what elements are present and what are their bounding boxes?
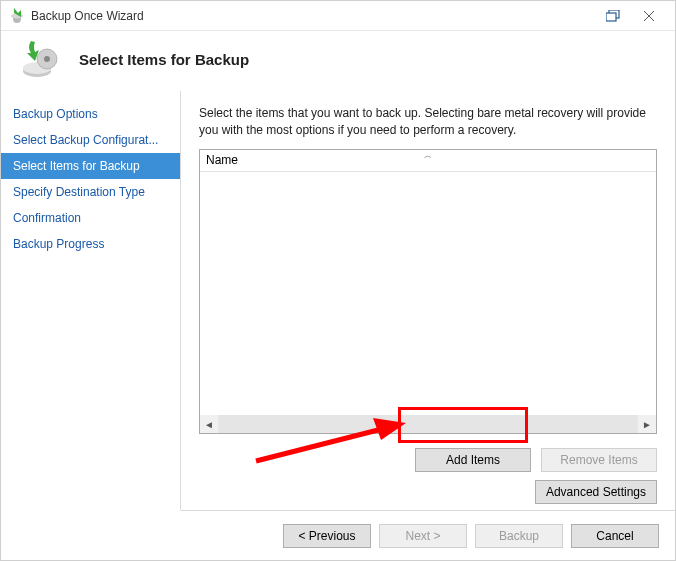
svg-point-7 — [44, 56, 50, 62]
wizard-header: Select Items for Backup — [1, 31, 675, 91]
items-listbox[interactable]: Name ︿ ◄ ► — [199, 149, 657, 434]
scroll-track[interactable] — [218, 415, 638, 433]
window-title: Backup Once Wizard — [31, 9, 595, 23]
backup-icon — [21, 39, 61, 79]
step-confirmation[interactable]: Confirmation — [1, 205, 180, 231]
add-items-button[interactable]: Add Items — [415, 448, 531, 472]
wizard-steps-sidebar: Backup Options Select Backup Configurat.… — [1, 91, 181, 510]
remove-items-button: Remove Items — [541, 448, 657, 472]
list-body-empty — [200, 172, 656, 415]
previous-button[interactable]: < Previous — [283, 524, 371, 548]
step-specify-destination[interactable]: Specify Destination Type — [1, 179, 180, 205]
step-select-backup-config[interactable]: Select Backup Configurat... — [1, 127, 180, 153]
list-column-header[interactable]: Name ︿ — [200, 150, 656, 172]
restore-button[interactable] — [595, 3, 631, 29]
step-backup-progress[interactable]: Backup Progress — [1, 231, 180, 257]
item-buttons-row: Add Items Remove Items — [199, 448, 657, 472]
scroll-right-icon[interactable]: ► — [638, 415, 656, 433]
wizard-body: Backup Options Select Backup Configurat.… — [1, 91, 675, 510]
wizard-footer: < Previous Next > Backup Cancel — [181, 510, 675, 560]
advanced-row: Advanced Settings — [199, 480, 657, 504]
backup-wizard-window: Backup Once Wizard Select Items for Back… — [0, 0, 676, 561]
app-icon — [9, 8, 25, 24]
main-panel: Select the items that you want to back u… — [181, 91, 675, 510]
advanced-settings-button[interactable]: Advanced Settings — [535, 480, 657, 504]
instruction-text: Select the items that you want to back u… — [199, 105, 657, 139]
next-button: Next > — [379, 524, 467, 548]
svg-rect-3 — [606, 13, 616, 21]
step-select-items[interactable]: Select Items for Backup — [1, 153, 180, 179]
cancel-button[interactable]: Cancel — [571, 524, 659, 548]
scroll-left-icon[interactable]: ◄ — [200, 415, 218, 433]
titlebar: Backup Once Wizard — [1, 1, 675, 31]
backup-button: Backup — [475, 524, 563, 548]
step-backup-options[interactable]: Backup Options — [1, 101, 180, 127]
page-title: Select Items for Backup — [79, 51, 249, 68]
column-name-label: Name — [206, 153, 238, 167]
sort-indicator-icon: ︿ — [424, 150, 432, 161]
close-button[interactable] — [631, 3, 667, 29]
horizontal-scrollbar[interactable]: ◄ ► — [200, 415, 656, 433]
